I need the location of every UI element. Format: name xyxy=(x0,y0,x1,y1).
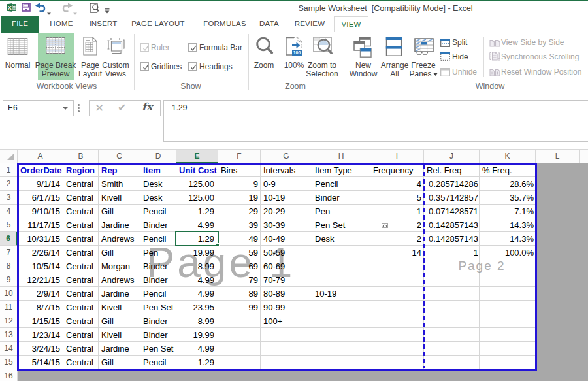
custom-views-button[interactable]: Custom Views xyxy=(102,61,129,78)
enter-icon[interactable]: ✔ xyxy=(118,101,126,114)
row-header-6[interactable]: 6 xyxy=(0,232,18,246)
headings-checkbox[interactable] xyxy=(188,62,197,71)
smart-tag-icon[interactable] xyxy=(382,223,388,228)
row-header-14[interactable]: 14 xyxy=(0,342,18,356)
fill-handle[interactable] xyxy=(216,243,220,247)
row-header-9[interactable]: 9 xyxy=(0,273,18,287)
cell-K16[interactable] xyxy=(480,369,536,381)
column-header-F[interactable]: F xyxy=(218,149,261,163)
formula-input[interactable]: 1.29 xyxy=(163,100,588,142)
column-header-I[interactable]: I xyxy=(370,149,424,163)
tab-view[interactable]: VIEW xyxy=(334,16,368,32)
cell-L4[interactable] xyxy=(536,205,580,218)
name-box[interactable]: E6 xyxy=(3,100,74,116)
cell-D16[interactable] xyxy=(140,369,176,381)
row-header-1[interactable]: 1 xyxy=(0,163,18,177)
arrange-all-button[interactable]: Arrange All xyxy=(381,61,409,78)
cell-M6[interactable] xyxy=(580,232,588,246)
cell-L2[interactable] xyxy=(536,177,580,191)
cell-L5[interactable] xyxy=(536,218,580,232)
row-header-8[interactable]: 8 xyxy=(0,259,18,273)
freeze-panes-button[interactable]: Freeze Panes xyxy=(409,61,437,78)
cell-M7[interactable] xyxy=(580,246,588,259)
row-header-13[interactable]: 13 xyxy=(0,328,18,342)
cell-L9[interactable] xyxy=(536,273,580,287)
cell-L16[interactable] xyxy=(536,369,580,381)
column-header-E[interactable]: E xyxy=(176,149,218,163)
cell-B16[interactable] xyxy=(63,369,99,381)
cell-M16[interactable] xyxy=(580,369,588,381)
row-header-16[interactable]: 16 xyxy=(0,369,18,381)
cell-M3[interactable] xyxy=(580,191,588,205)
cell-H16[interactable] xyxy=(312,369,370,381)
cell-M11[interactable] xyxy=(580,301,588,314)
page-break-preview-button[interactable]: Page Break Preview xyxy=(35,61,76,78)
cell-L7[interactable] xyxy=(536,246,580,259)
zoom-to-selection-button[interactable]: Zoom to Selection xyxy=(306,61,338,78)
cell-M9[interactable] xyxy=(580,273,588,287)
ruler-checkbox[interactable] xyxy=(140,43,149,52)
cell-L11[interactable] xyxy=(536,301,580,314)
cell-M10[interactable] xyxy=(580,287,588,301)
row-header-10[interactable]: 10 xyxy=(0,287,18,301)
formula-bar-checkbox[interactable] xyxy=(188,43,197,52)
zoom-100-button[interactable]: 100% xyxy=(284,61,304,70)
cancel-icon[interactable]: ✕ xyxy=(95,101,104,115)
cell-G16[interactable] xyxy=(261,369,312,381)
column-header-C[interactable]: C xyxy=(99,149,140,163)
cell-A16[interactable] xyxy=(18,369,63,381)
cell-J16[interactable] xyxy=(424,369,480,381)
cell-M12[interactable] xyxy=(580,314,588,328)
hide-button[interactable]: Hide xyxy=(452,52,468,61)
tab-insert[interactable]: INSERT xyxy=(89,16,117,31)
column-header-L[interactable]: L xyxy=(536,149,580,163)
cell-L15[interactable] xyxy=(536,356,580,369)
cell-M8[interactable] xyxy=(580,259,588,273)
name-box-dropdown-icon[interactable] xyxy=(63,107,68,110)
column-header-B[interactable]: B xyxy=(63,149,99,163)
new-window-button[interactable]: New Window xyxy=(350,61,378,78)
gridlines-checkbox[interactable] xyxy=(140,62,149,71)
cell-L14[interactable] xyxy=(536,342,580,356)
tab-review[interactable]: REVIEW xyxy=(295,16,325,31)
tab-file[interactable]: FILE xyxy=(1,16,39,33)
page-break-dashed-line[interactable] xyxy=(423,165,425,368)
cell-F16[interactable] xyxy=(218,369,261,381)
row-header-5[interactable]: 5 xyxy=(0,218,18,232)
cell-L6[interactable] xyxy=(536,232,580,246)
split-button[interactable]: Split xyxy=(452,38,467,47)
cell-M1[interactable] xyxy=(580,163,588,177)
tab-page-layout[interactable]: PAGE LAYOUT xyxy=(131,16,185,31)
cell-M13[interactable] xyxy=(580,328,588,342)
row-header-15[interactable]: 15 xyxy=(0,356,18,369)
reset-window-position-button[interactable]: Reset Window Position xyxy=(501,67,581,76)
formula-bar-resize-dots[interactable] xyxy=(78,104,80,113)
column-header-K[interactable]: K xyxy=(480,149,536,163)
cell-M4[interactable] xyxy=(580,205,588,218)
cell-M5[interactable] xyxy=(580,218,588,232)
normal-view-button[interactable]: Normal xyxy=(5,61,31,70)
row-header-7[interactable]: 7 xyxy=(0,246,18,259)
row-header-3[interactable]: 3 xyxy=(0,191,18,205)
column-header-J[interactable]: J xyxy=(424,149,480,163)
cell-L13[interactable] xyxy=(536,328,580,342)
row-header-11[interactable]: 11 xyxy=(0,301,18,314)
tab-data[interactable]: DATA xyxy=(259,16,279,31)
cell-L8[interactable] xyxy=(536,259,580,273)
synchronous-scrolling-button[interactable]: Synchronous Scrolling xyxy=(501,52,579,61)
cell-L10[interactable] xyxy=(536,287,580,301)
cell-I16[interactable] xyxy=(370,369,424,381)
column-header-D[interactable]: D xyxy=(140,149,176,163)
insert-function-icon[interactable]: fx xyxy=(142,101,152,113)
cell-L12[interactable] xyxy=(536,314,580,328)
tab-home[interactable]: HOME xyxy=(50,16,73,31)
cell-L1[interactable] xyxy=(536,163,580,177)
column-header-M[interactable]: M xyxy=(580,149,588,163)
row-header-12[interactable]: 12 xyxy=(0,314,18,328)
cell-M14[interactable] xyxy=(580,342,588,356)
cell-E16[interactable] xyxy=(176,369,218,381)
select-all-corner[interactable] xyxy=(0,149,18,163)
cell-M15[interactable] xyxy=(580,356,588,369)
page-layout-view-button[interactable]: Page Layout xyxy=(78,61,102,78)
row-header-4[interactable]: 4 xyxy=(0,205,18,218)
